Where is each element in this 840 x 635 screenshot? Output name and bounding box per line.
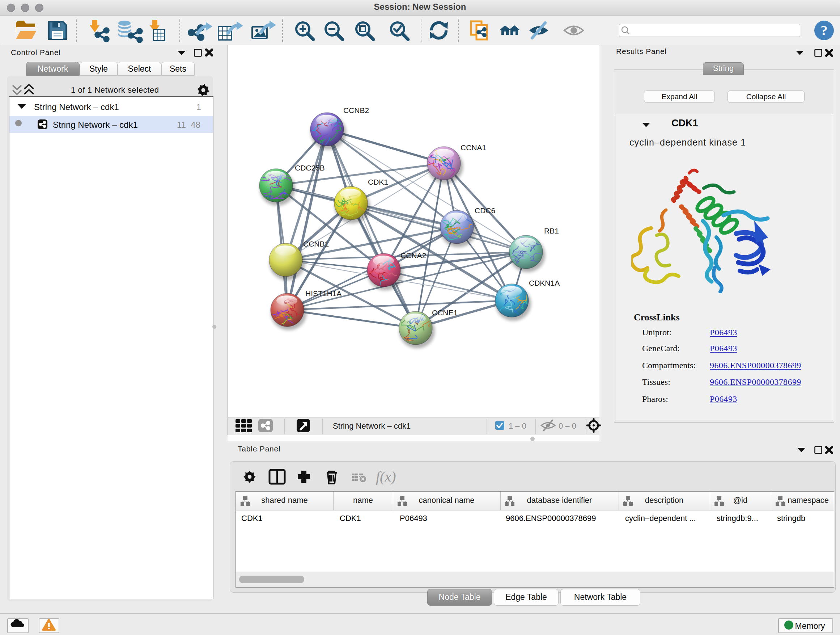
svg-text:CCNB2: CCNB2 [343, 106, 369, 114]
svg-text:f(x): f(x) [376, 469, 396, 485]
svg-text:HIST1H1A: HIST1H1A [305, 289, 341, 298]
svg-text:CCNB1: CCNB1 [303, 240, 329, 248]
svg-text:CDC25B: CDC25B [295, 164, 325, 172]
svg-text:CDK1: CDK1 [368, 178, 388, 186]
svg-text:CCNA1: CCNA1 [461, 143, 486, 152]
svg-text:RB1: RB1 [544, 226, 559, 235]
svg-text:CCNE1: CCNE1 [432, 309, 458, 317]
svg-text:CCNA2: CCNA2 [401, 251, 426, 260]
svg-text:CDC6: CDC6 [475, 206, 495, 215]
svg-text:CDKN1A: CDKN1A [529, 279, 560, 287]
